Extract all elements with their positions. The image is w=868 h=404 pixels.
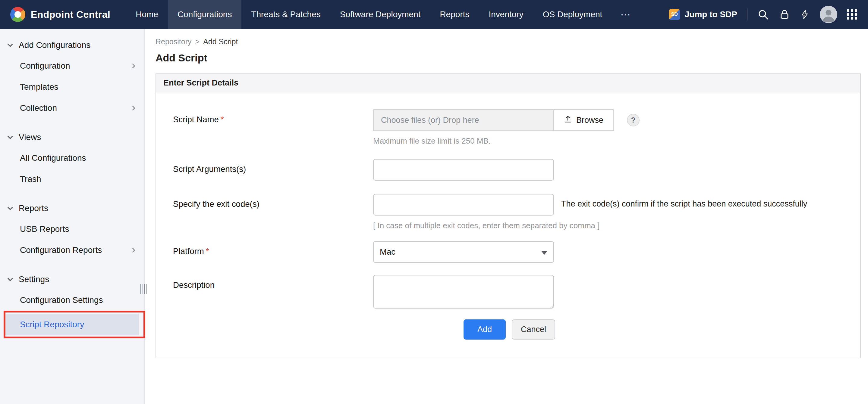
nav-item-software-deployment[interactable]: Software Deployment: [330, 0, 430, 29]
apps-grid-icon[interactable]: [847, 9, 857, 20]
top-nav: Endpoint Central Home Configurations Thr…: [0, 0, 868, 29]
description-textarea[interactable]: [373, 275, 554, 309]
breadcrumb-separator: >: [195, 37, 200, 46]
main-menu: Home Configurations Threats & Patches So…: [126, 0, 640, 29]
sidebar-section-reports: Reports USB Reports Configuration Report…: [0, 198, 144, 261]
jump-to-sdp-button[interactable]: SD Jump to SDP: [669, 9, 737, 20]
exit-codes-note: The exit code(s) confirm if the script h…: [561, 194, 807, 209]
sidebar-item-configuration[interactable]: Configuration: [0, 56, 144, 76]
sidebar-section-views: Views All Configurations Trash: [0, 127, 144, 190]
sidebar-section-header-settings[interactable]: Settings: [0, 269, 144, 290]
sidebar-section-settings: Settings Configuration Settings Script R…: [0, 269, 144, 338]
help-icon[interactable]: ?: [627, 114, 640, 127]
script-name-label: Script Name*: [173, 109, 373, 124]
sidebar-section-title: Add Configurations: [19, 40, 90, 50]
sidebar-resize-handle[interactable]: [141, 280, 147, 297]
platform-selected-value: Mac: [380, 247, 396, 257]
sidebar-section-title: Settings: [19, 274, 49, 284]
sidebar-item-configuration-reports[interactable]: Configuration Reports: [0, 240, 144, 261]
file-dropzone[interactable]: Choose files (or) Drop here: [373, 109, 554, 131]
file-upload-control: Choose files (or) Drop here B: [373, 109, 614, 131]
sidebar-item-script-repository[interactable]: Script Repository: [5, 314, 138, 335]
nav-divider: [747, 8, 747, 21]
sidebar-item-templates[interactable]: Templates: [0, 76, 144, 98]
sidebar-section-add-configurations: Add Configurations Configuration Templat…: [0, 35, 144, 119]
breadcrumb: Repository > Add Script: [156, 37, 861, 46]
sidebar-section-header-views[interactable]: Views: [0, 127, 144, 147]
exit-codes-hint: [ In case of multiple exit codes, enter …: [373, 221, 807, 230]
sidebar-item-collection[interactable]: Collection: [0, 98, 144, 119]
nav-item-os-deployment[interactable]: OS Deployment: [533, 0, 612, 29]
panel-title: Enter Script Details: [156, 74, 860, 93]
add-script-form: Script Name* Choose files (or) Drop here: [156, 93, 860, 358]
browse-label: Browse: [576, 115, 603, 125]
brand[interactable]: Endpoint Central: [0, 0, 126, 29]
nav-item-configurations[interactable]: Configurations: [168, 0, 242, 29]
nav-right-tools: SD Jump to SDP: [669, 0, 868, 29]
sidebar-item-configuration-settings[interactable]: Configuration Settings: [0, 290, 144, 311]
sidebar-section-header-add-configurations[interactable]: Add Configurations: [0, 35, 144, 56]
exit-codes-label: Specify the exit code(s): [173, 194, 373, 209]
lock-icon[interactable]: [779, 8, 790, 21]
sdp-icon: SD: [669, 9, 680, 20]
script-arguments-input[interactable]: [373, 159, 554, 181]
chevron-down-icon: [541, 247, 547, 257]
jump-to-sdp-label: Jump to SDP: [685, 10, 737, 19]
description-label: Description: [173, 275, 373, 290]
chevron-down-icon: [7, 276, 13, 282]
script-details-panel: Enter Script Details Script Name* Choose…: [156, 73, 861, 358]
required-asterisk: *: [206, 246, 209, 256]
breadcrumb-repository[interactable]: Repository: [156, 37, 192, 46]
chevron-down-icon: [7, 205, 13, 211]
chevron-down-icon: [7, 134, 13, 140]
sidebar: Add Configurations Configuration Templat…: [0, 29, 145, 404]
script-arguments-label: Script Arguments(s): [173, 159, 373, 174]
form-actions: Add Cancel: [173, 319, 846, 340]
chevron-right-icon: [131, 247, 136, 253]
browse-button[interactable]: Browse: [553, 109, 614, 131]
user-avatar[interactable]: [820, 6, 837, 23]
sidebar-section-title: Reports: [19, 203, 48, 213]
sidebar-section-header-reports[interactable]: Reports: [0, 198, 144, 218]
sidebar-section-title: Views: [19, 132, 41, 142]
cancel-button[interactable]: Cancel: [512, 319, 555, 340]
red-annotation-box: Script Repository: [0, 311, 144, 338]
dropzone-placeholder: Choose files (or) Drop here: [381, 115, 479, 125]
nav-item-reports[interactable]: Reports: [430, 0, 479, 29]
sidebar-item-usb-reports[interactable]: USB Reports: [0, 218, 144, 240]
search-icon[interactable]: [757, 8, 769, 21]
endpoint-central-logo-icon: [10, 7, 25, 22]
exit-codes-input[interactable]: [373, 194, 554, 215]
breadcrumb-current: Add Script: [203, 37, 238, 46]
nav-item-more[interactable]: ⋯: [612, 0, 640, 29]
sidebar-item-all-configurations[interactable]: All Configurations: [0, 147, 144, 169]
sidebar-item-trash[interactable]: Trash: [0, 169, 144, 190]
nav-item-home[interactable]: Home: [126, 0, 168, 29]
nav-item-threats-patches[interactable]: Threats & Patches: [241, 0, 330, 29]
chevron-down-icon: [7, 42, 13, 48]
upload-icon: [564, 115, 572, 126]
flash-icon[interactable]: [800, 8, 810, 21]
platform-label: Platform*: [173, 241, 373, 256]
chevron-right-icon: [131, 63, 136, 69]
file-size-hint: Maximum file size limit is 250 MB.: [373, 136, 640, 146]
add-button[interactable]: Add: [464, 319, 506, 340]
main-content: Repository > Add Script Add Script Enter…: [145, 29, 868, 404]
page-title: Add Script: [156, 52, 861, 64]
chevron-right-icon: [131, 105, 136, 111]
required-asterisk: *: [221, 115, 224, 124]
app-root: Endpoint Central Home Configurations Thr…: [0, 0, 868, 404]
brand-title: Endpoint Central: [31, 9, 110, 20]
platform-select[interactable]: Mac: [373, 241, 554, 263]
nav-item-inventory[interactable]: Inventory: [479, 0, 533, 29]
